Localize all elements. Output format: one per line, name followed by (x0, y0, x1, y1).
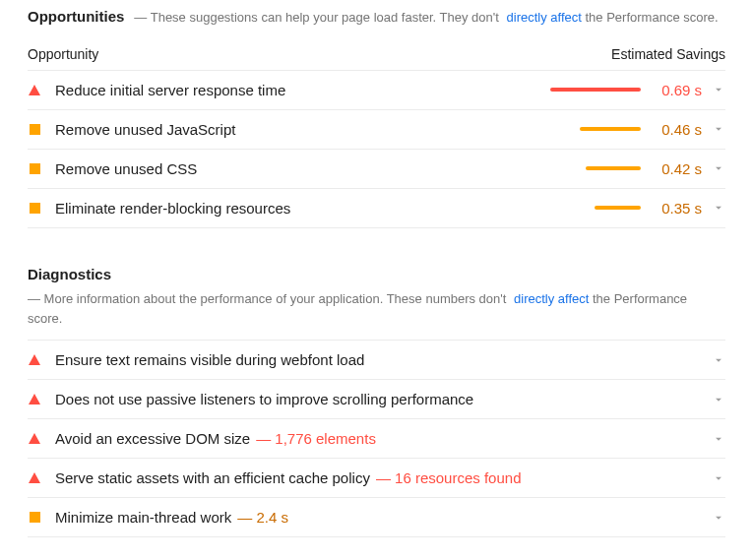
square-icon (28, 201, 41, 215)
col-estimated-savings: Estimated Savings (611, 46, 725, 62)
chevron-down-icon (712, 393, 725, 406)
triangle-icon (28, 83, 41, 96)
diagnostics-title: Diagnostics (28, 264, 111, 286)
diagnostic-title: Serve static assets with an efficient ca… (55, 469, 712, 486)
diagnostic-row[interactable]: Avoid an excessive DOM size — 1,776 elem… (28, 419, 725, 459)
diagnostic-title: Minimize main-thread work — 2.4 s (55, 509, 712, 526)
triangle-icon (28, 432, 41, 446)
savings-bar-area (503, 206, 641, 211)
opportunities-header: Opportunities — These suggestions can he… (28, 6, 725, 29)
opportunity-row[interactable]: Reduce initial server response time0.69 … (28, 71, 725, 110)
diagnostic-row[interactable]: Minimize main-thread work — 2.4 s (28, 498, 725, 537)
diagnostic-title: Does not use passive listeners to improv… (55, 391, 712, 407)
triangle-icon (28, 393, 41, 406)
triangle-icon (28, 471, 41, 485)
directly-affect-link[interactable]: directly affect (507, 10, 582, 25)
triangle-icon (28, 353, 41, 367)
diagnostics-header: Diagnostics — More information about the… (28, 264, 725, 329)
savings-bar (595, 206, 641, 211)
diagnostic-title: Avoid an excessive DOM size — 1,776 elem… (55, 430, 712, 447)
savings-value: 0.35 s (653, 200, 702, 217)
square-icon (28, 511, 41, 525)
chevron-down-icon (712, 353, 725, 367)
chevron-down-icon (712, 161, 725, 175)
opportunity-title: Remove unused CSS (55, 160, 503, 177)
opportunity-title: Remove unused JavaScript (55, 121, 503, 138)
opportunity-row[interactable]: Remove unused JavaScript0.46 s (28, 110, 725, 150)
diagnostic-detail: — 1,776 elements (256, 430, 376, 447)
savings-bar (580, 127, 641, 132)
opportunity-row[interactable]: Remove unused CSS0.42 s (28, 150, 725, 189)
diagnostics-rows: Ensure text remains visible during webfo… (28, 340, 725, 537)
square-icon (28, 161, 41, 175)
savings-value: 0.42 s (653, 160, 702, 177)
opportunity-title: Reduce initial server response time (55, 82, 503, 98)
opportunities-rows: Reduce initial server response time0.69 … (28, 70, 725, 228)
opportunity-title: Eliminate render-blocking resources (55, 200, 503, 217)
diagnostic-row[interactable]: Serve static assets with an efficient ca… (28, 459, 725, 498)
diagnostics-description: — More information about the performance… (28, 289, 725, 328)
savings-bar-area (503, 127, 641, 132)
chevron-down-icon (712, 201, 725, 215)
opportunities-description: — These suggestions can help your page l… (134, 8, 718, 28)
savings-value: 0.69 s (653, 82, 702, 98)
opportunities-title: Opportunities (28, 6, 124, 29)
savings-value: 0.46 s (653, 121, 702, 138)
diagnostic-detail: — 16 resources found (376, 469, 522, 486)
diagnostic-row[interactable]: Does not use passive listeners to improv… (28, 380, 725, 419)
square-icon (28, 122, 41, 136)
col-opportunity: Opportunity (28, 46, 98, 62)
diagnostic-row[interactable]: Ensure text remains visible during webfo… (28, 341, 725, 380)
chevron-down-icon (712, 432, 725, 446)
savings-bar (586, 166, 641, 171)
directly-affect-link[interactable]: directly affect (514, 291, 589, 306)
opportunity-row[interactable]: Eliminate render-blocking resources0.35 … (28, 189, 725, 228)
chevron-down-icon (712, 471, 725, 485)
diagnostic-title: Ensure text remains visible during webfo… (55, 351, 712, 368)
savings-bar-area (503, 166, 641, 171)
diagnostic-detail: — 2.4 s (237, 509, 288, 526)
chevron-down-icon (712, 122, 725, 136)
savings-bar (550, 88, 641, 93)
savings-bar-area (503, 88, 641, 93)
chevron-down-icon (712, 83, 725, 96)
opportunities-table-header: Opportunity Estimated Savings (28, 40, 725, 70)
chevron-down-icon (712, 511, 725, 525)
